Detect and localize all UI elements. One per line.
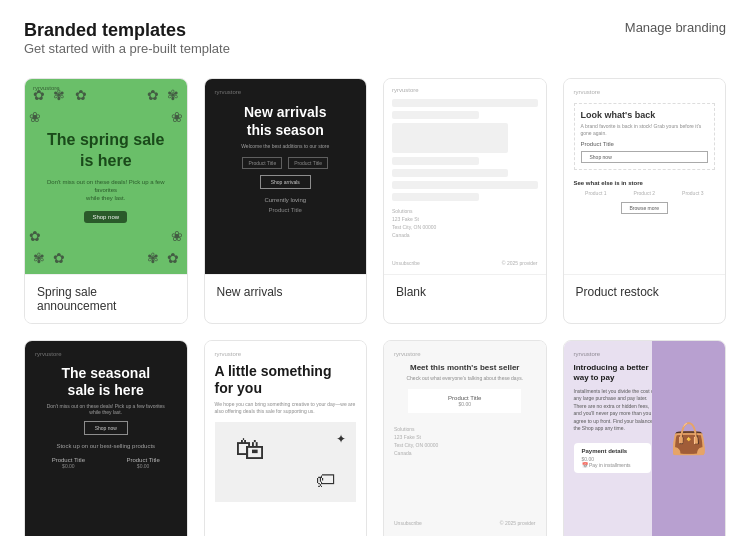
templates-grid: ✿ ✾ ✿ ✾ ✿ ✾ ✿ ✿ ✾ ❀ ❀ ✿ ❀ ryrvustore The…: [24, 78, 726, 536]
new-arrivals-currently-loving: Currently loving: [264, 197, 306, 203]
product-store-name: ryrvustore: [394, 351, 421, 357]
new-arrivals-product-title: Product Title: [269, 207, 302, 213]
template-card-spring-sale[interactable]: ✿ ✾ ✿ ✾ ✿ ✾ ✿ ✿ ✾ ❀ ❀ ✿ ❀ ryrvustore The…: [24, 78, 188, 324]
template-preview-blank: ryrvustore Solutions123 Fake StTest City…: [384, 79, 546, 274]
template-card-sale[interactable]: ryrvustore The seasonalsale is here Don'…: [24, 340, 188, 536]
star-icon: ✦: [336, 432, 346, 446]
product-hero-text: Meet this month's best seller: [410, 363, 519, 372]
tag-icon: 🏷: [316, 469, 336, 492]
product-unsubscribe: Unsubscribe: [394, 520, 422, 526]
discount-sub-text: We hope you can bring something creative…: [215, 401, 357, 416]
sale-store-name: ryrvustore: [35, 351, 62, 357]
product-price: $0.00: [414, 401, 515, 407]
installments-image: 👜: [652, 341, 725, 536]
template-preview-restock: ryrvustore Look what's back A brand favo…: [564, 79, 726, 274]
discount-store-name: ryrvustore: [215, 351, 242, 357]
installments-sub-text: Installments let you divide the cost of …: [574, 388, 659, 433]
payment-installments: 📅 Pay in installments: [582, 462, 644, 468]
restock-sub: A brand favorite is back in stock! Grab …: [581, 123, 709, 137]
restock-product-title: Product Title: [581, 141, 709, 147]
new-arrivals-hero-text: New arrivalsthis season: [244, 103, 327, 139]
spring-shop-button: Shop now: [84, 211, 127, 223]
manage-branding-link[interactable]: Manage branding: [625, 20, 726, 35]
product-footer: © 2025 provider: [500, 520, 536, 526]
sale-sub-text: Don't miss out on these deals! Pick up a…: [47, 403, 165, 415]
new-arrivals-shop-btn: Shop arrivals: [260, 175, 311, 189]
template-preview-sale: ryrvustore The seasonalsale is here Don'…: [25, 341, 187, 536]
blank-store-name: ryrvustore: [392, 87, 419, 93]
spring-store-name: ryrvustore: [33, 85, 60, 91]
product-sub-text: Check out what everyone's talking about …: [406, 375, 523, 381]
installments-store-name: ryrvustore: [574, 351, 601, 357]
restock-store-name: ryrvustore: [574, 89, 601, 95]
installments-hero-text: Introducing a better way to pay: [574, 363, 659, 384]
template-preview-spring: ✿ ✾ ✿ ✾ ✿ ✾ ✿ ✿ ✾ ❀ ❀ ✿ ❀ ryrvustore The…: [25, 79, 187, 274]
template-label-spring-sale: Spring sale announcement: [25, 274, 187, 323]
discount-hero-text: A little somethingfor you: [215, 363, 332, 397]
bag-icon: 🛍: [235, 432, 265, 466]
blank-address: Solutions123 Fake StTest City, ON 00000C…: [392, 207, 436, 239]
new-arrivals-product-row: Product Title Product Title: [242, 157, 328, 169]
template-label-restock: Product restock: [564, 274, 726, 309]
payment-title: Payment details: [582, 448, 644, 454]
template-card-blank[interactable]: ryrvustore Solutions123 Fake StTest City…: [383, 78, 547, 324]
restock-prod-3: Product 3: [671, 190, 716, 196]
template-card-installments[interactable]: ryrvustore Introducing a better way to p…: [563, 340, 727, 536]
restock-prod-2: Product 2: [622, 190, 667, 196]
restock-shop-btn: Shop now: [581, 151, 709, 163]
template-label-new-arrivals: New arrivals: [205, 274, 367, 309]
template-preview-discount: ryrvustore A little somethingfor you We …: [205, 341, 367, 536]
sale-hero-text: The seasonalsale is here: [61, 365, 150, 399]
blank-footer: © 2025 provider: [502, 260, 538, 266]
template-card-restock[interactable]: ryrvustore Look what's back A brand favo…: [563, 78, 727, 324]
sale-stock-text: Stock up on our best-selling products: [56, 443, 155, 449]
sale-prod-price-1: $0.00: [35, 463, 102, 469]
product-address: Solutions123 Fake StTest City, ON 00000C…: [394, 425, 536, 457]
restock-prod-1: Product 1: [574, 190, 619, 196]
spring-hero-text: The spring saleis here: [47, 130, 164, 172]
new-arrivals-store-name: ryrvustore: [215, 89, 242, 95]
restock-title: Look what's back: [581, 110, 709, 120]
template-card-product[interactable]: ryrvustore Meet this month's best seller…: [383, 340, 547, 536]
spring-sub-text: Don't miss out on these deals! Pick up a…: [35, 178, 177, 203]
sale-prod-price-2: $0.00: [110, 463, 177, 469]
page-subtitle: Get started with a pre-built template: [24, 41, 230, 56]
template-preview-new-arrivals: ryrvustore New arrivalsthis season Welco…: [205, 79, 367, 274]
restock-shop-more-btn: Browse more: [621, 202, 668, 214]
restock-see-more: See what else is in store: [574, 180, 643, 186]
template-preview-installments: ryrvustore Introducing a better way to p…: [564, 341, 726, 536]
page-header: Branded templates Get started with a pre…: [24, 20, 726, 74]
page-title: Branded templates: [24, 20, 230, 41]
template-card-discount[interactable]: ryrvustore A little somethingfor you We …: [204, 340, 368, 536]
blank-unsubscribe: Unsubscribe: [392, 260, 420, 266]
template-preview-product: ryrvustore Meet this month's best seller…: [384, 341, 546, 536]
template-card-new-arrivals[interactable]: ryrvustore New arrivalsthis season Welco…: [204, 78, 368, 324]
template-label-blank: Blank: [384, 274, 546, 309]
new-arrivals-sub-text: Welcome the best additions to our store: [241, 143, 329, 149]
sale-shop-btn: Shop now: [84, 421, 128, 435]
